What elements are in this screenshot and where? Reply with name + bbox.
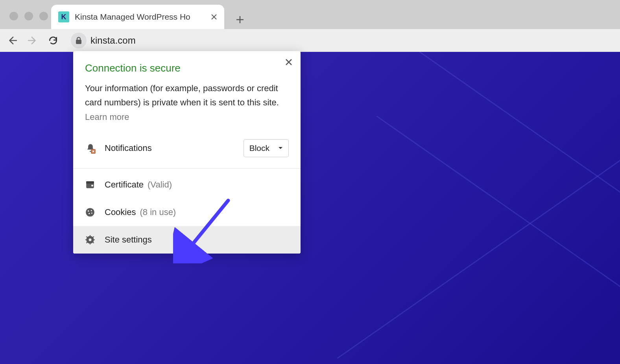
certificate-icon: [85, 180, 95, 190]
gear-icon: [85, 235, 95, 245]
learn-more-link[interactable]: Learn more: [85, 112, 129, 122]
close-icon[interactable]: [285, 58, 293, 66]
svg-point-8: [89, 213, 90, 214]
new-tab-button[interactable]: [232, 12, 248, 28]
reload-button[interactable]: [46, 34, 60, 47]
svg-rect-12: [90, 235, 90, 237]
favicon: K: [58, 11, 69, 22]
cookies-status: (8 in use): [140, 207, 176, 217]
svg-point-9: [91, 213, 92, 214]
svg-point-4: [91, 185, 93, 187]
notification-value: Block: [249, 143, 269, 153]
url-text: kinsta.com: [90, 35, 136, 46]
connection-description: Your information (for example, passwords…: [85, 81, 289, 124]
svg-rect-15: [93, 239, 95, 240]
notification-dropdown[interactable]: Block: [244, 139, 289, 157]
back-button[interactable]: [6, 34, 19, 47]
cookies-label: Cookies: [105, 207, 136, 217]
browser-tab[interactable]: K Kinsta Managed WordPress Ho: [51, 5, 224, 29]
cookies-row[interactable]: Cookies (8 in use): [73, 199, 301, 226]
svg-point-6: [88, 210, 89, 211]
notification-permission-row: Notifications Block: [85, 139, 289, 168]
tab-bar: K Kinsta Managed WordPress Ho: [0, 0, 620, 29]
traffic-light-close[interactable]: [9, 12, 18, 20]
traffic-light-zoom[interactable]: [39, 12, 48, 20]
window-controls: [9, 12, 48, 20]
description-text: Your information (for example, passwords…: [85, 83, 279, 107]
site-settings-label: Site settings: [105, 235, 152, 245]
svg-rect-13: [90, 243, 90, 244]
forward-button[interactable]: [26, 34, 39, 47]
padlock-icon[interactable]: [71, 33, 87, 48]
svg-point-5: [86, 208, 94, 217]
bell-blocked-icon: [85, 143, 96, 154]
certificate-row[interactable]: Certificate (Valid): [73, 171, 301, 199]
certificate-label: Certificate: [105, 180, 144, 190]
tab-title: Kinsta Managed WordPress Ho: [75, 12, 205, 22]
toolbar: kinsta.com: [0, 29, 620, 52]
svg-rect-14: [85, 239, 87, 240]
cookie-icon: [85, 207, 95, 217]
close-tab-icon[interactable]: [211, 14, 217, 20]
chevron-down-icon: [278, 147, 283, 150]
traffic-light-minimize[interactable]: [24, 12, 33, 20]
svg-point-11: [89, 238, 92, 241]
site-info-popover: Connection is secure Your information (f…: [73, 51, 301, 254]
notification-label: Notifications: [105, 143, 152, 153]
site-settings-row[interactable]: Site settings: [73, 226, 301, 254]
svg-point-7: [91, 210, 92, 211]
certificate-status: (Valid): [148, 180, 172, 190]
svg-rect-0: [76, 40, 81, 44]
address-bar[interactable]: kinsta.com: [71, 33, 136, 48]
svg-rect-3: [86, 181, 94, 183]
connection-secure-title: Connection is secure: [85, 62, 289, 74]
